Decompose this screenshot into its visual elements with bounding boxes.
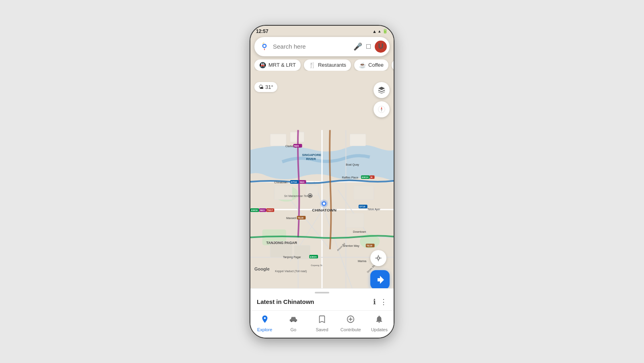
svg-text:DT18: DT18	[359, 205, 365, 208]
bottom-panel: Latest in Chinatown ℹ ⋮ Explore	[250, 288, 394, 338]
updates-icon	[375, 315, 384, 326]
chip-coffee-label: Coffee	[368, 62, 384, 68]
svg-text:NE4: NE4	[300, 180, 305, 183]
svg-text:EW14: EW14	[362, 176, 369, 178]
explore-label: Explore	[257, 327, 272, 332]
weather-badge: 🌤 31°	[254, 82, 277, 92]
svg-text:RIVER: RIVER	[306, 157, 316, 160]
svg-point-45	[309, 195, 311, 197]
svg-text:Maxwell: Maxwell	[286, 216, 296, 219]
svg-text:Gopeng St: Gopeng St	[311, 264, 322, 266]
go-icon	[289, 315, 298, 326]
latest-actions: ℹ ⋮	[373, 297, 387, 306]
chip-mrt-label: MRT & LRT	[268, 62, 296, 68]
lens-search-icon[interactable]: □	[366, 42, 371, 51]
compass-button[interactable]	[374, 101, 390, 117]
nav-contribute[interactable]: Contribute	[336, 313, 365, 334]
google-maps-logo	[260, 42, 269, 51]
chip-mrt[interactable]: 🚇 MRT & LRT	[254, 59, 301, 71]
svg-rect-83	[290, 319, 297, 322]
user-avatar[interactable]: U	[375, 41, 387, 53]
drag-handle[interactable]	[315, 292, 329, 293]
search-input[interactable]	[273, 43, 349, 50]
bottom-nav: Explore Go	[250, 310, 394, 338]
status-bar: 12:57 ▲ ▴ 🔋	[250, 26, 394, 37]
go-label: Go	[290, 327, 296, 332]
directions-button[interactable]	[370, 270, 390, 289]
svg-point-82	[264, 317, 266, 319]
layers-button[interactable]	[374, 82, 390, 98]
chip-restaurants[interactable]: 🍴 Restaurants	[304, 59, 351, 71]
svg-text:NE5: NE5	[294, 144, 299, 147]
battery-icon: 🔋	[382, 29, 388, 34]
svg-point-85	[295, 320, 296, 322]
svg-point-73	[263, 45, 266, 47]
svg-text:N: N	[371, 176, 372, 178]
google-watermark: Google	[254, 267, 270, 271]
svg-text:DT19: DT19	[291, 180, 297, 183]
svg-rect-15	[270, 134, 286, 146]
search-icon-group: 🎤 □ U	[353, 41, 387, 53]
search-bar[interactable]: 🎤 □ U	[254, 37, 390, 56]
contribute-label: Contribute	[341, 327, 361, 332]
latest-chinatown-title: Latest in Chinatown	[257, 298, 314, 305]
coffee-icon: ☕	[359, 62, 366, 68]
status-icons: ▲ ▴ 🔋	[372, 29, 388, 34]
category-chips: 🚇 MRT & LRT 🍴 Restaurants ☕ Coffee ⛽	[254, 59, 394, 71]
nav-go[interactable]: Go	[279, 313, 308, 334]
chip-gas[interactable]: ⛽	[392, 59, 394, 71]
svg-text:Tanjong Pagar: Tanjong Pagar	[283, 255, 301, 258]
my-location-button[interactable]	[370, 250, 386, 266]
nav-explore[interactable]: Explore	[250, 313, 279, 334]
svg-text:Raffles Place: Raffles Place	[342, 176, 358, 179]
svg-text:EW16: EW16	[251, 209, 258, 211]
mrt-icon: 🚇	[259, 62, 266, 68]
status-time: 12:57	[256, 29, 268, 34]
svg-text:Downtown: Downtown	[353, 230, 366, 233]
svg-text:EW15: EW15	[310, 255, 317, 258]
latest-chinatown-section: Latest in Chinatown ℹ ⋮	[250, 296, 394, 310]
svg-rect-18	[274, 185, 292, 199]
svg-point-77	[377, 257, 380, 259]
map-controls-bottom	[370, 250, 390, 289]
updates-label: Updates	[371, 327, 388, 332]
avatar-initials: U	[378, 42, 383, 51]
map-controls	[374, 82, 390, 117]
nav-saved[interactable]: Saved	[308, 313, 336, 334]
svg-text:Shenton Way: Shenton Way	[343, 244, 359, 248]
svg-text:NE3: NE3	[260, 209, 265, 211]
wifi-icon: ▴	[378, 29, 381, 34]
weather-temp: 31°	[265, 84, 273, 90]
svg-text:Chinatown: Chinatown	[274, 180, 287, 183]
saved-label: Saved	[316, 327, 328, 332]
voice-search-icon[interactable]: 🎤	[353, 42, 362, 51]
info-icon[interactable]: ℹ	[373, 297, 376, 306]
svg-text:CHINATOWN: CHINATOWN	[312, 208, 336, 212]
svg-text:TANJONG PAGAR: TANJONG PAGAR	[266, 241, 297, 245]
svg-text:TE18: TE18	[298, 216, 304, 219]
restaurants-icon: 🍴	[309, 62, 316, 68]
phone-frame: 12:57 ▲ ▴ 🔋	[250, 25, 394, 338]
nav-updates[interactable]: Updates	[365, 313, 394, 334]
svg-text:Marina: Marina	[358, 259, 366, 262]
svg-text:Telok Ayer: Telok Ayer	[367, 208, 380, 211]
svg-text:TE17: TE17	[267, 209, 273, 211]
svg-rect-23	[346, 213, 364, 228]
more-options-icon[interactable]: ⋮	[380, 297, 387, 306]
svg-text:Boat Quay: Boat Quay	[346, 163, 359, 166]
svg-rect-17	[350, 134, 366, 146]
saved-icon	[318, 315, 326, 326]
svg-rect-20	[354, 185, 374, 199]
svg-text:Keppel Viaduct (Toll road): Keppel Viaduct (Toll road)	[275, 270, 307, 273]
weather-icon: 🌤	[258, 84, 264, 90]
contribute-icon	[346, 315, 355, 326]
svg-text:SINGAPORE: SINGAPORE	[302, 153, 321, 156]
chip-restaurants-label: Restaurants	[318, 62, 346, 68]
svg-point-84	[291, 320, 292, 322]
svg-text:TE19: TE19	[367, 244, 373, 247]
svg-point-26	[323, 202, 325, 205]
signal-icon: ▲	[372, 29, 377, 34]
explore-icon	[260, 315, 269, 326]
chip-coffee[interactable]: ☕ Coffee	[354, 59, 388, 71]
